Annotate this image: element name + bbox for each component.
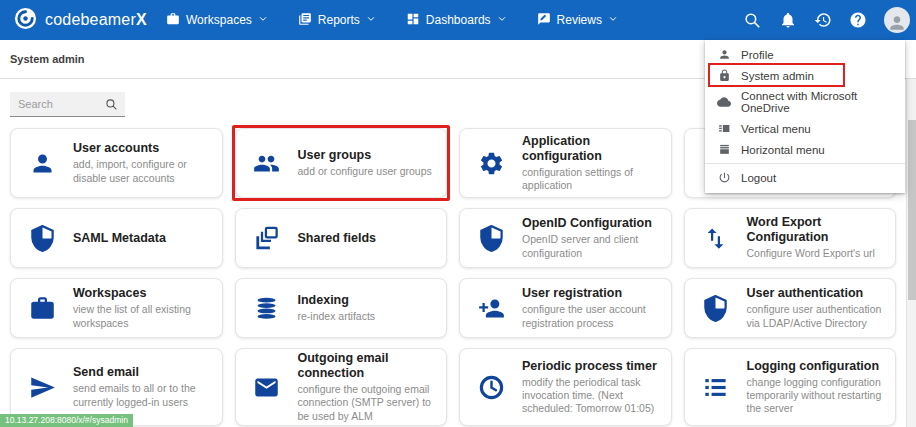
help-icon[interactable] (849, 11, 867, 29)
menu-reports[interactable]: Reports (298, 12, 376, 29)
search-icon[interactable] (743, 11, 762, 30)
vertical-scrollbar-thumb[interactable] (908, 120, 916, 300)
menu-item-logout[interactable]: Logout (705, 167, 905, 188)
card-subtitle: view the list of all existing workspaces (73, 303, 216, 329)
menu-item-label: Profile (741, 49, 774, 61)
dashboard-icon (406, 12, 420, 29)
page-title: System admin (10, 53, 85, 65)
card-title: Logging configuration (747, 359, 890, 374)
notifications-bell-icon[interactable] (779, 11, 797, 29)
envelope-icon (236, 374, 298, 401)
card-logging-configuration[interactable]: Logging configurationchange logging conf… (684, 348, 897, 426)
card-application-configuration[interactable]: Application configurationconfiguration s… (459, 128, 672, 198)
clock-icon (460, 374, 522, 401)
user-dropdown-menu: Profile System admin Connect with Micros… (705, 40, 905, 193)
search-icon[interactable] (105, 98, 118, 111)
card-saml-metadata[interactable]: SAML Metadata (10, 208, 223, 268)
card-openid-configuration[interactable]: OpenID ConfigurationOpenID server and cl… (459, 208, 672, 268)
chevron-down-icon (608, 13, 618, 27)
person-add-icon (460, 295, 522, 322)
status-url-badge: 10.13.27.208:8080/x/#/sysadmin (0, 414, 133, 427)
card-title: OpenID Configuration (522, 216, 665, 231)
user-avatar[interactable] (884, 7, 910, 33)
card-subtitle: OpenID server and client configuration (522, 233, 665, 259)
shield-half-icon (11, 225, 73, 252)
card-subtitle: configuration settings of application (522, 166, 665, 192)
menu-item-system-admin[interactable]: System admin (705, 65, 905, 86)
card-workspaces[interactable]: Workspacesview the list of all existing … (10, 278, 223, 338)
history-icon[interactable] (814, 11, 832, 29)
menu-item-profile[interactable]: Profile (705, 44, 905, 65)
card-user-groups[interactable]: User groupsadd or configure user groups (235, 128, 448, 198)
card-user-accounts[interactable]: User accountsadd, import, configure or d… (10, 128, 223, 198)
card-shared-fields[interactable]: Shared fields (235, 208, 448, 268)
card-subtitle: configure the outgoing email connection … (298, 383, 441, 422)
chevron-down-icon (258, 13, 268, 27)
menu-item-label: System admin (741, 70, 814, 82)
logo-text: codebeamerX (45, 11, 147, 29)
card-outgoing-email-connection[interactable]: Outgoing email connectionconfigure the o… (235, 348, 448, 426)
card-subtitle: Configure Word Export's url (747, 247, 890, 260)
main-menu: Workspaces Reports Dashboards Reviews (166, 0, 618, 40)
codebeamer-logo-icon (14, 7, 37, 34)
stacked-copies-icon (236, 225, 298, 252)
system-admin-page: codebeamerX Workspaces Reports Dashboard… (0, 0, 916, 427)
card-subtitle: add or configure user groups (298, 165, 441, 178)
top-nav-bar: codebeamerX Workspaces Reports Dashboard… (0, 0, 916, 40)
card-subtitle: change logging configuration temporarily… (747, 376, 890, 415)
menu-label: Workspaces (186, 13, 252, 27)
shield-half-icon (460, 225, 522, 252)
people-icon (236, 150, 298, 177)
card-title: Shared fields (298, 231, 441, 246)
card-subtitle: configure the user account registration … (522, 303, 665, 329)
chevron-down-icon (366, 13, 376, 27)
card-subtitle: modify the periodical task invocation ti… (522, 376, 665, 415)
card-title: SAML Metadata (73, 231, 216, 246)
menu-item-label: Horizontal menu (741, 144, 825, 156)
menu-workspaces[interactable]: Workspaces (166, 12, 268, 29)
power-icon (717, 171, 731, 184)
menu-label: Reports (318, 13, 360, 27)
card-title: Indexing (298, 293, 441, 308)
card-title: Word Export Configuration (747, 215, 890, 245)
lock-icon (717, 69, 731, 82)
menu-item-label: Logout (741, 172, 776, 184)
search-input[interactable] (10, 98, 105, 110)
card-user-registration[interactable]: User registrationconfigure the user acco… (459, 278, 672, 338)
briefcase-icon (166, 12, 180, 29)
cloud-icon (717, 95, 731, 109)
person-icon (11, 150, 73, 177)
menu-label: Dashboards (426, 13, 491, 27)
card-user-authentication[interactable]: User authenticationconfigure user authen… (684, 278, 897, 338)
menu-item-connect-onedrive[interactable]: Connect with Microsoft OneDrive (705, 86, 905, 118)
chevron-down-icon (497, 13, 507, 27)
bulleted-list-icon (685, 374, 747, 401)
menu-item-label: Connect with Microsoft OneDrive (741, 90, 893, 114)
briefcase-icon (11, 295, 73, 322)
card-subtitle: configure user authentication via LDAP/A… (747, 303, 890, 329)
card-subtitle: re-index artifacts (298, 310, 441, 323)
card-indexing[interactable]: Indexingre-index artifacts (235, 278, 448, 338)
card-periodic-process-timer[interactable]: Periodic process timermodify the periodi… (459, 348, 672, 426)
menu-dashboards[interactable]: Dashboards (406, 12, 507, 29)
card-title: User authentication (747, 286, 890, 301)
app-logo[interactable]: codebeamerX (14, 7, 147, 34)
card-title: Workspaces (73, 286, 216, 301)
menu-item-label: Vertical menu (741, 123, 811, 135)
card-subtitle: add, import, configure or disable user a… (73, 158, 216, 184)
person-icon (717, 48, 731, 61)
reports-icon (298, 12, 312, 29)
menu-reviews[interactable]: Reviews (537, 12, 618, 29)
menu-item-horizontal-menu[interactable]: Horizontal menu (705, 139, 905, 160)
horizontal-menu-icon (717, 143, 731, 156)
top-right-icons (743, 0, 910, 40)
menu-label: Reviews (557, 13, 602, 27)
card-subtitle: send emails to all or to the currently l… (73, 382, 216, 408)
admin-search-box (10, 92, 125, 117)
card-word-export-configuration[interactable]: Word Export ConfigurationConfigure Word … (684, 208, 897, 268)
card-title: User registration (522, 286, 665, 301)
menu-item-vertical-menu[interactable]: Vertical menu (705, 118, 905, 139)
vertical-scrollbar-track[interactable] (906, 79, 916, 427)
card-title: Outgoing email connection (298, 351, 441, 381)
vertical-menu-icon (717, 122, 731, 135)
